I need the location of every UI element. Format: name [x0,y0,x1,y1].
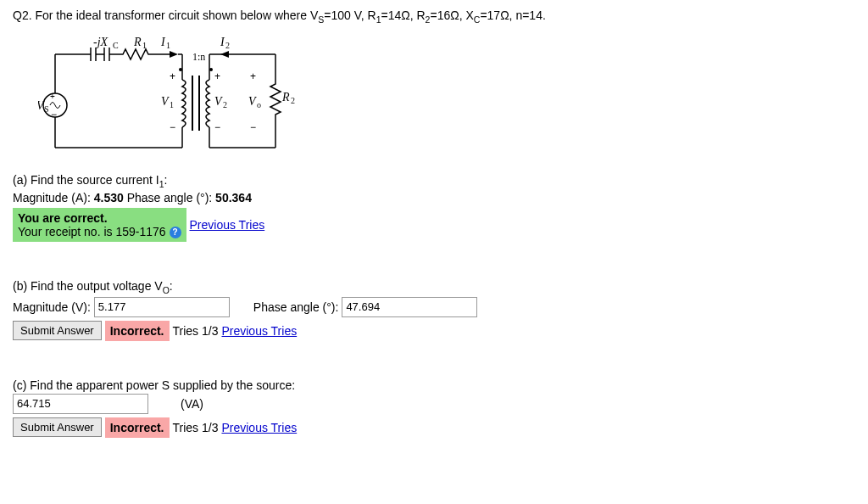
mag-value: 4.530 [94,191,124,204]
svg-text:+: + [50,92,55,101]
svg-marker-24 [170,51,178,58]
previous-tries-link-c[interactable]: Previous Tries [221,421,297,434]
svg-point-33 [209,68,213,71]
svg-text:R: R [281,91,290,104]
tries-text-b: Tries 1/3 [173,324,219,338]
previous-tries-link[interactable]: Previous Tries [190,218,265,232]
phase-label-b: Phase angle (°): [253,300,339,314]
part-c-inputs: (VA) [13,394,855,414]
help-icon[interactable]: ? [170,227,181,238]
part-a-text: (a) Find the source current I [13,173,159,187]
part-c-controls: Submit Answer Incorrect. Tries 1/3 Previ… [13,417,855,438]
q-text: =100 V, R [324,8,376,22]
svg-text:+: + [214,70,220,82]
receipt-text: Your receipt no. is 159-1176 [18,225,166,238]
q-text: =14Ω, R [381,8,426,22]
correct-feedback: You are correct. Your receipt no. is 159… [13,208,186,242]
incorrect-badge-c: Incorrect. [105,417,170,438]
unit-label-c: (VA) [181,397,203,411]
svg-text:1:n: 1:n [192,51,205,63]
svg-text:−: − [170,121,175,133]
svg-text:o: o [257,100,261,109]
part-b-text: (b) Find the output voltage V [13,279,163,293]
circuit-svg: -jX C R 1 I 1 I 2 1:n + − V S [38,33,309,160]
svg-text:V: V [248,95,257,108]
svg-text:+: + [170,70,175,82]
power-input-c[interactable] [13,394,148,414]
q-text: =17Ω, n=14. [480,8,545,22]
mag-label-b: Magnitude (V): [13,300,91,314]
svg-text:S: S [44,104,49,114]
part-a-feedback: You are correct. Your receipt no. is 159… [13,208,855,242]
part-a-answer: Magnitude (A): 4.530 Phase angle (°): 50… [13,191,855,204]
svg-text:2: 2 [223,100,227,109]
q-text: =16Ω, X [430,8,473,22]
part-a-label: (a) Find the source current I1: [13,173,855,189]
phase-value: 50.364 [215,191,252,204]
part-b-colon: : [170,279,173,293]
submit-button-c[interactable]: Submit Answer [13,417,102,437]
correct-text: You are correct. [18,211,181,225]
svg-text:V: V [161,95,170,108]
submit-button-b[interactable]: Submit Answer [13,321,102,340]
circuit-diagram: -jX C R 1 I 1 I 2 1:n + − V S [38,33,309,160]
mag-label: Magnitude (A): [13,191,94,204]
svg-text:2: 2 [291,96,295,105]
question-text: Q2. For the ideal transformer circuit sh… [13,8,855,25]
svg-text:I: I [220,36,225,48]
q-text: Q2. For the ideal transformer circuit sh… [13,8,318,22]
tries-text-c: Tries 1/3 [173,421,219,434]
part-b-label: (b) Find the output voltage VO: [13,279,855,295]
magnitude-input-b[interactable] [94,297,230,317]
part-b-inputs: Magnitude (V): Phase angle (°): [13,297,855,317]
svg-text:-jX: -jX [93,36,108,48]
svg-text:1: 1 [170,100,174,109]
svg-text:−: − [214,121,220,133]
incorrect-badge-b: Incorrect. [105,321,170,341]
part-b-sub: O [163,285,170,295]
previous-tries-link-b[interactable]: Previous Tries [221,324,297,338]
svg-text:+: + [250,70,256,82]
part-b-controls: Submit Answer Incorrect. Tries 1/3 Previ… [13,321,855,341]
phase-input-b[interactable] [342,297,477,317]
svg-text:R: R [133,36,142,48]
svg-text:2: 2 [225,41,230,50]
svg-marker-35 [220,51,229,58]
svg-text:−: − [51,109,57,120]
svg-text:I: I [160,36,166,48]
phase-label: Phase angle (°): [124,191,215,204]
part-c-label: (c) Find the apparent power S supplied b… [13,378,855,392]
part-a-colon: : [164,173,168,187]
svg-text:−: − [250,121,256,133]
svg-text:1: 1 [166,41,170,50]
svg-text:C: C [113,41,119,50]
svg-text:V: V [214,95,223,108]
